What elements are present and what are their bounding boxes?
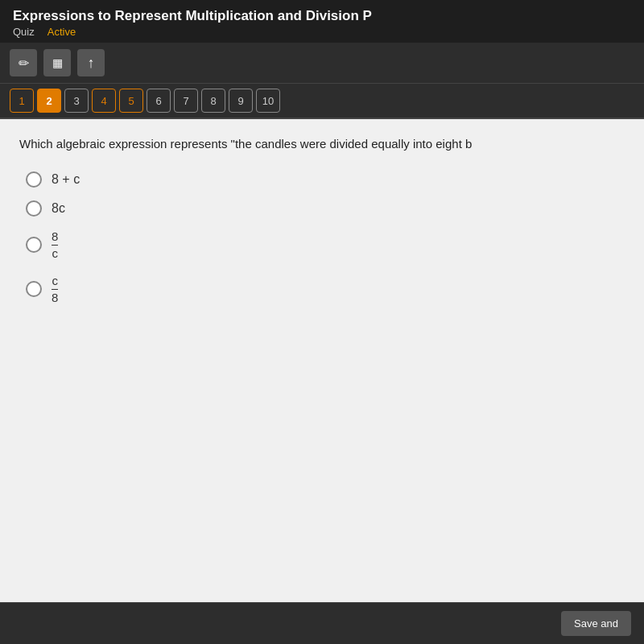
pencil-button[interactable]: ✏ xyxy=(10,49,37,76)
header: Expressions to Represent Multiplication … xyxy=(0,0,644,43)
toolbar: ✏ ▦ ↑ xyxy=(0,43,644,84)
header-subtitle: Quiz Active xyxy=(13,26,631,38)
radio-option-1[interactable] xyxy=(26,171,42,188)
radio-option-4[interactable] xyxy=(26,281,42,297)
question-number-1[interactable]: 1 xyxy=(10,89,34,113)
pencil-icon: ✏ xyxy=(19,56,29,71)
question-number-2[interactable]: 2 xyxy=(37,89,61,113)
option-2[interactable]: 8c xyxy=(26,200,625,217)
fraction-c-over-8: c 8 xyxy=(52,274,58,305)
question-number-6[interactable]: 6 xyxy=(147,89,171,113)
question-number-9[interactable]: 9 xyxy=(229,89,253,113)
option-1[interactable]: 8 + c xyxy=(26,171,625,188)
save-button[interactable]: Save and xyxy=(561,611,631,636)
question-number-8[interactable]: 8 xyxy=(201,89,225,113)
options-list: 8 + c 8c 8 c xyxy=(26,171,625,305)
calculator-icon: ▦ xyxy=(52,56,63,69)
quiz-label: Quiz xyxy=(13,26,35,38)
fraction-8-over-c: 8 c xyxy=(52,229,58,261)
question-number-10[interactable]: 10 xyxy=(256,89,280,113)
question-number-5[interactable]: 5 xyxy=(119,89,143,113)
upload-icon: ↑ xyxy=(88,55,95,72)
status-badge: Active xyxy=(47,26,76,38)
app-container: Expressions to Represent Multiplication … xyxy=(0,0,644,644)
calculator-button[interactable]: ▦ xyxy=(43,49,71,76)
question-numbers-bar: 1 2 3 4 5 6 7 8 9 10 xyxy=(0,84,644,119)
question-number-3[interactable]: 3 xyxy=(64,89,89,113)
upload-button[interactable]: ↑ xyxy=(77,49,105,76)
option-3[interactable]: 8 c xyxy=(26,229,625,261)
option-4-label: c 8 xyxy=(52,274,58,305)
question-text: Which algebraic expression represents "t… xyxy=(19,135,625,154)
page-title: Expressions to Represent Multiplication … xyxy=(13,8,631,24)
option-3-label: 8 c xyxy=(52,229,58,261)
radio-option-2[interactable] xyxy=(26,200,42,217)
option-1-label: 8 + c xyxy=(52,172,80,187)
option-2-label: 8c xyxy=(52,201,65,216)
radio-option-3[interactable] xyxy=(26,237,42,253)
question-number-4[interactable]: 4 xyxy=(92,89,116,113)
option-4[interactable]: c 8 xyxy=(26,274,625,305)
main-content: Which algebraic expression represents "t… xyxy=(0,119,644,602)
question-number-7[interactable]: 7 xyxy=(174,89,198,113)
bottom-bar: Save and xyxy=(0,602,644,644)
